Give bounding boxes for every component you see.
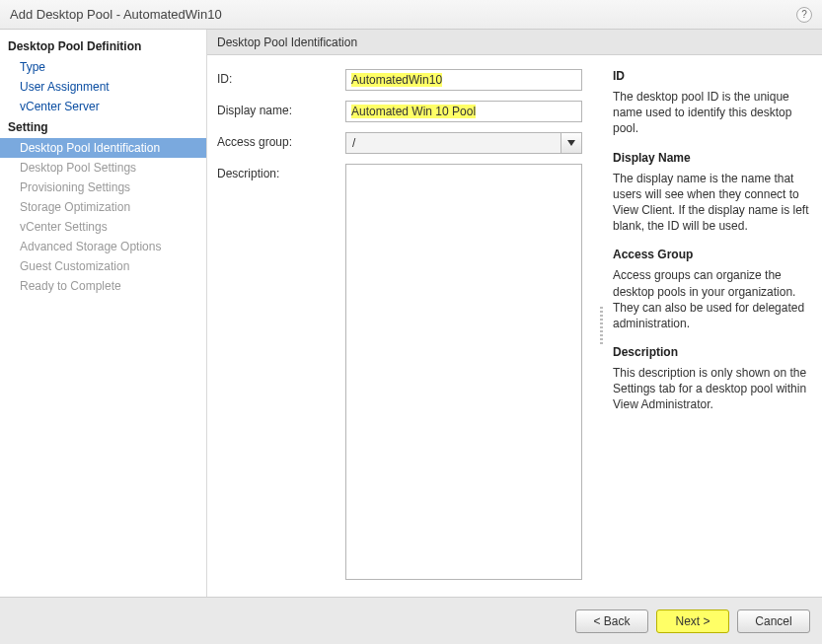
footer: < Back Next > Cancel: [0, 597, 822, 644]
help-text-description: This description is only shown on the Se…: [613, 365, 810, 413]
help-panel: ID The desktop pool ID is the unique nam…: [605, 55, 822, 597]
help-heading-displayname: Display Name: [613, 151, 810, 165]
sidebar-item-storage-optimization: Storage Optimization: [0, 197, 206, 217]
help-text-accessgroup: Access groups can organize the desktop p…: [613, 267, 810, 331]
displayname-label: Display name:: [217, 101, 345, 117]
sidebar-item-vcenter-server[interactable]: vCenter Server: [0, 97, 206, 116]
chevron-down-icon: [567, 140, 575, 146]
content-header: Desktop Pool Identification: [207, 30, 822, 55]
next-button[interactable]: Next >: [656, 609, 729, 633]
content-body: ID: AutomatedWin10 Display name: Automat…: [207, 55, 822, 597]
help-heading-id: ID: [613, 69, 810, 83]
sidebar-item-user-assignment[interactable]: User Assignment: [0, 77, 206, 97]
help-text-displayname: The display name is the name that users …: [613, 171, 810, 235]
sidebar-item-type[interactable]: Type: [0, 57, 206, 77]
content: Desktop Pool Identification ID: Automate…: [207, 30, 822, 597]
sidebar: Desktop Pool Definition Type User Assign…: [0, 30, 207, 597]
help-heading-accessgroup: Access Group: [613, 248, 810, 261]
displayname-value: Automated Win 10 Pool: [351, 105, 476, 118]
grip-icon: [600, 307, 603, 346]
help-icon[interactable]: ?: [796, 7, 812, 23]
form-area: ID: AutomatedWin10 Display name: Automat…: [207, 55, 597, 597]
sidebar-item-guest-customization: Guest Customization: [0, 256, 206, 276]
back-button[interactable]: < Back: [575, 609, 648, 633]
splitter-handle[interactable]: [597, 55, 605, 597]
sidebar-item-provisioning-settings: Provisioning Settings: [0, 178, 206, 197]
id-label: ID:: [217, 69, 345, 86]
sidebar-item-advanced-storage-options: Advanced Storage Options: [0, 237, 206, 256]
accessgroup-value: /: [345, 132, 560, 154]
sidebar-item-ready-to-complete: Ready to Complete: [0, 276, 206, 296]
description-label: Description:: [217, 164, 345, 180]
sidebar-item-desktop-pool-settings: Desktop Pool Settings: [0, 158, 206, 178]
cancel-button[interactable]: Cancel: [737, 609, 810, 633]
accessgroup-dropdown-button[interactable]: [560, 132, 582, 154]
window-title: Add Desktop Pool - AutomatedWin10: [10, 7, 222, 22]
accessgroup-label: Access group:: [217, 132, 345, 149]
displayname-input[interactable]: Automated Win 10 Pool: [345, 101, 582, 122]
sidebar-item-desktop-pool-identification[interactable]: Desktop Pool Identification: [0, 138, 206, 158]
sidebar-section-setting: Setting: [0, 116, 206, 138]
help-text-id: The desktop pool ID is the unique name u…: [613, 89, 810, 137]
sidebar-section-definition: Desktop Pool Definition: [0, 36, 206, 57]
main-area: Desktop Pool Definition Type User Assign…: [0, 30, 822, 597]
id-value: AutomatedWin10: [351, 73, 442, 87]
help-heading-description: Description: [613, 345, 810, 359]
sidebar-item-vcenter-settings: vCenter Settings: [0, 217, 206, 237]
id-input[interactable]: AutomatedWin10: [345, 69, 582, 91]
description-textarea[interactable]: [345, 164, 582, 580]
accessgroup-select[interactable]: /: [345, 132, 582, 154]
titlebar: Add Desktop Pool - AutomatedWin10 ?: [0, 0, 822, 30]
